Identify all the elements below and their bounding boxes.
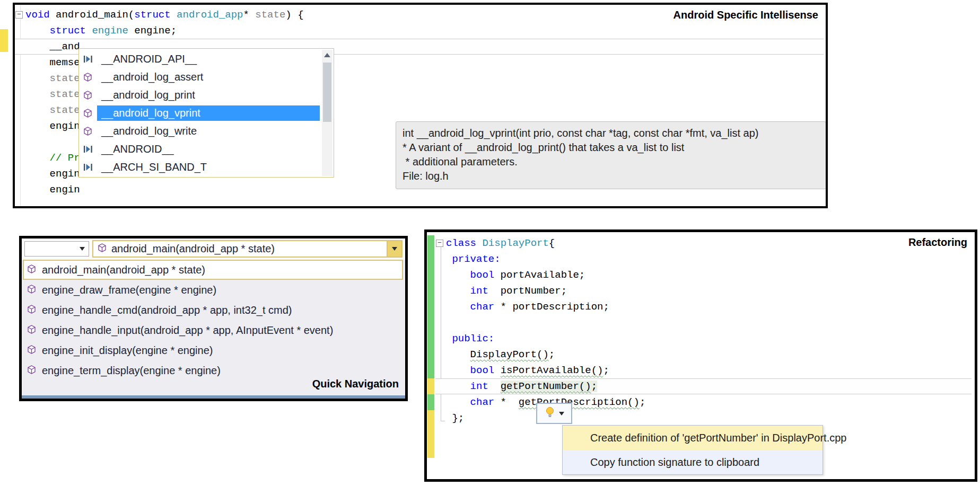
completion-item[interactable]: __ANDROID__ [80, 140, 320, 158]
code-segment: }; [446, 412, 464, 424]
completion-item[interactable]: __ANDROID_API__ [80, 50, 320, 68]
code-segment: DisplayPort [482, 237, 548, 249]
nav-list-item[interactable]: engine_init_display(engine * engine) [22, 340, 405, 360]
code-line[interactable] [435, 315, 972, 331]
macro-icon [83, 55, 97, 63]
method-icon [27, 284, 36, 296]
refactoring-panel: −class DisplayPort{ private: bool portAv… [424, 229, 977, 482]
code-line[interactable]: char * portDescription; [435, 299, 972, 315]
macro-icon [83, 145, 97, 153]
nav-item-label: engine_handle_cmd(android_app * app, int… [42, 304, 292, 316]
combo-dropdown-button[interactable] [387, 241, 401, 257]
scroll-up-icon[interactable] [324, 53, 330, 57]
method-icon [27, 264, 36, 276]
nav-item-label: engine_init_display(engine * engine) [42, 344, 213, 357]
completion-item[interactable]: __android_log_write [80, 122, 320, 140]
code-line[interactable]: char * getPortDescription(); [435, 394, 972, 410]
code-segment [446, 253, 452, 265]
completion-item[interactable]: __android_log_print [80, 86, 320, 104]
nav-list-item-selected[interactable]: android_main(android_app * state) [23, 260, 403, 280]
changed-line-marker [0, 29, 8, 52]
code-segment: * [243, 9, 256, 21]
lightbulb-icon [545, 407, 555, 420]
code-segment [25, 25, 50, 37]
project-scope-combobox[interactable] [24, 241, 89, 257]
code-segment [446, 269, 470, 281]
code-segment: engin [25, 184, 80, 196]
code-segment [446, 396, 470, 408]
code-line[interactable]: bool portAvailable; [435, 267, 972, 283]
code-segment: int [470, 381, 488, 392]
code-segment: getPortNumber() [501, 381, 591, 392]
code-segment: state [25, 73, 80, 84]
code-segment: ; [640, 396, 645, 408]
code-segment: // Pr [25, 152, 80, 164]
bottom-accent-strip [22, 395, 405, 399]
macro-icon [83, 163, 97, 171]
code-segment: ; [591, 381, 597, 392]
code-segment: engin [25, 120, 80, 132]
quick-action-menu-item[interactable]: Copy function signature to clipboard [563, 450, 822, 474]
code-segment: state [255, 9, 285, 21]
intellisense-panel: −void android_main(struct android_app* s… [13, 3, 828, 208]
code-line[interactable]: −class DisplayPort{ [435, 235, 972, 251]
completion-item[interactable]: __android_log_assert [80, 68, 320, 86]
nav-list-item[interactable]: engine_draw_frame(engine * engine) [22, 280, 405, 300]
member-combo-value: android_main(android_app * state) [111, 243, 382, 255]
completion-scrollbar[interactable] [322, 50, 332, 176]
completion-item-selected[interactable]: __android_log_vprint [80, 104, 320, 122]
nav-item-label: engine_handle_input(android_app * app, A… [42, 324, 333, 337]
code-segment: * portDescription; [494, 301, 609, 313]
refactoring-code-editor[interactable]: −class DisplayPort{ private: bool portAv… [435, 235, 972, 426]
tooltip-line: File: log.h [402, 169, 819, 183]
method-icon [83, 91, 97, 100]
chevron-down-icon [80, 247, 85, 251]
tooltip-line: int __android_log_vprint(int prio, const… [402, 126, 819, 140]
code-line[interactable]: struct engine engine; [15, 23, 824, 39]
code-line[interactable]: }; [435, 410, 972, 426]
code-segment [86, 25, 92, 37]
code-segment: ; [603, 365, 609, 376]
member-combobox[interactable]: android_main(android_app * state) [92, 240, 402, 258]
code-segment: android_app [177, 9, 243, 21]
code-segment: memse [25, 57, 80, 68]
code-segment [446, 285, 470, 297]
completion-item[interactable]: __ARCH_SI_BAND_T [80, 158, 320, 176]
code-segment [446, 333, 452, 344]
code-line[interactable]: private: [435, 251, 972, 267]
fold-collapse-icon[interactable]: − [15, 11, 23, 19]
code-line[interactable]: DisplayPort(); [435, 347, 972, 363]
code-line[interactable]: public: [435, 331, 972, 347]
unsaved-change-bar [427, 378, 434, 394]
unsaved-change-bar [427, 426, 434, 442]
saved-change-bar [427, 251, 434, 267]
code-segment [476, 237, 482, 249]
code-segment: engin [25, 168, 80, 180]
unsaved-change-bar [427, 410, 434, 426]
saved-change-bar [427, 283, 434, 299]
current-code-line[interactable]: int getPortNumber(); [435, 378, 972, 394]
completion-item-label: __android_log_assert [97, 69, 320, 85]
nav-list-item[interactable]: engine_handle_cmd(android_app * app, int… [22, 300, 405, 320]
code-line[interactable]: bool isPortAvailable(); [435, 363, 972, 378]
scrollbar-thumb[interactable] [323, 63, 331, 122]
completion-item-label: __ARCH_SI_BAND_T [97, 160, 320, 175]
code-segment: portNumber; [488, 285, 567, 297]
code-segment: engine [92, 25, 128, 37]
code-segment [494, 365, 500, 376]
code-line[interactable]: int portNumber; [435, 283, 972, 299]
quick-action-menu-item-highlighted[interactable]: Create definition of 'getPortNumber' in … [563, 426, 822, 450]
nav-list-item[interactable]: engine_handle_input(android_app * app, A… [22, 320, 405, 340]
code-segment: public: [452, 333, 494, 344]
signature-tooltip: int __android_log_vprint(int prio, const… [396, 121, 826, 189]
fold-collapse-icon[interactable]: − [436, 240, 443, 247]
code-segment [446, 381, 470, 392]
completion-item-label: __ANDROID__ [97, 142, 320, 157]
method-icon [83, 109, 97, 118]
completion-item-label: __android_log_write [97, 123, 320, 139]
lightbulb-quick-actions-button[interactable] [536, 403, 572, 424]
completion-item-label: __ANDROID_API__ [97, 51, 320, 67]
quick-navigation-panel: android_main(android_app * state) androi… [19, 236, 408, 401]
method-icon [27, 304, 36, 316]
code-segment: ; [549, 349, 555, 360]
